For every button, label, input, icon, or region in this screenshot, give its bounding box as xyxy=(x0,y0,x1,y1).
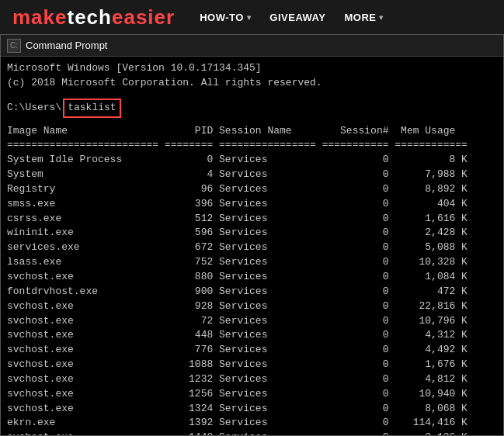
table-row: csrss.exe 512 Services 0 1,616 K xyxy=(7,212,497,227)
brand-easier: easier xyxy=(112,5,175,29)
table-row: svchost.exe 1324 Services 0 8,068 K xyxy=(7,402,497,417)
prompt-path: C:\Users\ xyxy=(7,101,61,116)
navbar: maketecheasier HOW-TO ▾ GIVEAWAY MORE ▾ xyxy=(0,0,504,34)
table-row: svchost.exe 880 Services 0 1,084 K xyxy=(7,270,497,285)
cmd-window-title: Command Prompt xyxy=(26,40,107,51)
nav-giveaway-label: GIVEAWAY xyxy=(269,12,325,23)
table-row: svchost.exe 1232 Services 0 4,812 K xyxy=(7,372,497,387)
table-row: services.exe 672 Services 0 5,088 K xyxy=(7,240,497,255)
nav-giveaway[interactable]: GIVEAWAY xyxy=(269,12,325,23)
cmd-window: C: Command Prompt Microsoft Windows [Ver… xyxy=(0,34,504,436)
table-divider: ========================= ======== =====… xyxy=(7,138,497,153)
table-row: wininit.exe 596 Services 0 2,428 K xyxy=(7,226,497,240)
table-header: Image Name PID Session Name Session# Mem… xyxy=(7,124,497,139)
table-row: svchost.exe 776 Services 0 4,492 K xyxy=(7,343,497,358)
table-row: System 4 Services 0 7,988 K xyxy=(7,168,497,182)
brand-make: make xyxy=(12,5,68,29)
table-row: svchost.exe 1256 Services 0 10,940 K xyxy=(7,387,497,402)
table-row: System Idle Process 0 Services 0 8 K xyxy=(7,153,497,168)
table-row: svchost.exe 448 Services 0 4,312 K xyxy=(7,328,497,343)
cmd-window-icon: C: xyxy=(7,39,21,53)
nav-howto[interactable]: HOW-TO ▾ xyxy=(200,12,251,23)
table-row: svchost.exe 1440 Services 0 3,136 K xyxy=(7,431,497,435)
chevron-down-icon: ▾ xyxy=(247,13,252,22)
table-row: svchost.exe 72 Services 0 10,796 K xyxy=(7,314,497,329)
nav-more[interactable]: MORE ▾ xyxy=(344,12,384,23)
table-row: svchost.exe 1088 Services 0 1,676 K xyxy=(7,358,497,372)
cmd-intro-line1: Microsoft Windows [Version 10.0.17134.34… xyxy=(7,61,497,76)
navbar-links: HOW-TO ▾ GIVEAWAY MORE ▾ xyxy=(200,12,384,23)
chevron-down-icon-more: ▾ xyxy=(379,13,384,22)
table-body: System Idle Process 0 Services 0 8 KSyst… xyxy=(7,153,497,435)
cmd-content[interactable]: Microsoft Windows [Version 10.0.17134.34… xyxy=(1,57,503,435)
table-row: lsass.exe 752 Services 0 10,328 K xyxy=(7,255,497,270)
nav-howto-label: HOW-TO xyxy=(200,12,244,23)
table-row: fontdrvhost.exe 900 Services 0 472 K xyxy=(7,285,497,299)
nav-more-label: MORE xyxy=(344,12,376,23)
brand-logo[interactable]: maketecheasier xyxy=(12,5,175,29)
table-row: ekrn.exe 1392 Services 0 114,416 K xyxy=(7,416,497,431)
table-row: Registry 96 Services 0 8,892 K xyxy=(7,182,497,197)
cmd-prompt-line: C:\Users\ tasklist xyxy=(7,99,497,118)
cmd-intro-line2: (c) 2018 Microsoft Corporation. All righ… xyxy=(7,76,497,91)
cmd-titlebar: C: Command Prompt xyxy=(1,35,503,57)
table-row: smss.exe 396 Services 0 404 K xyxy=(7,197,497,212)
cmd-command: tasklist xyxy=(63,99,120,118)
table-row: svchost.exe 928 Services 0 22,816 K xyxy=(7,299,497,314)
brand-tech: tech xyxy=(68,5,112,29)
